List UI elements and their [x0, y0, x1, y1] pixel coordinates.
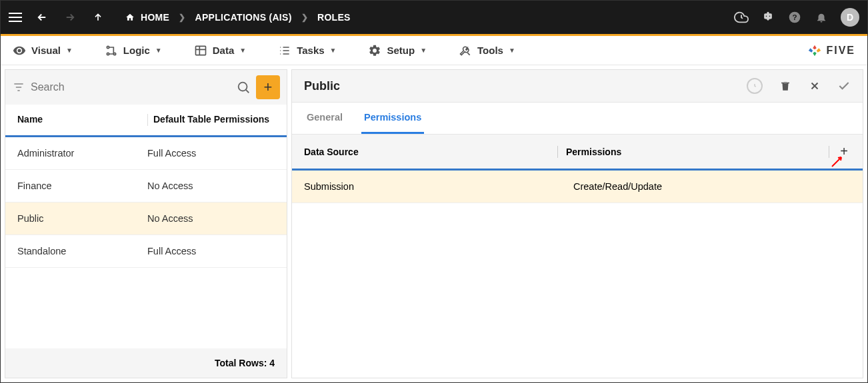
svg-point-0 [766, 16, 767, 17]
logic-icon [105, 44, 118, 57]
cell-permission: Create/Read/Update [573, 181, 851, 192]
toolbar-label: Visual [31, 45, 61, 56]
brand-text: FIVE [826, 45, 855, 57]
toolbar-visual[interactable]: Visual ▼ [13, 44, 73, 57]
breadcrumb-label: HOME [141, 12, 169, 23]
toolbar-label: Setup [387, 45, 415, 56]
cell-perm: Full Access [147, 148, 275, 159]
permission-row[interactable]: SubmissionCreate/Read/Update [292, 171, 863, 203]
tab-general[interactable]: General [304, 103, 345, 134]
toolbar-data[interactable]: Data ▼ [194, 44, 246, 57]
toolbar-tasks[interactable]: Tasks ▼ [278, 44, 336, 57]
svg-text:?: ? [792, 13, 797, 21]
column-header-datasource[interactable]: Data Source [304, 147, 557, 157]
svg-point-4 [107, 46, 109, 48]
avatar-letter: D [847, 12, 853, 23]
toolbar-label: Tools [477, 45, 503, 56]
column-header-perm[interactable]: Permissions [566, 147, 829, 157]
column-header-permissions[interactable]: Default Table Permissions [153, 114, 275, 126]
avatar[interactable]: D [841, 8, 859, 27]
filter-icon[interactable] [12, 81, 25, 94]
home-icon [125, 13, 135, 22]
brand: FIVE [807, 43, 855, 58]
caret-down-icon: ▼ [509, 47, 515, 54]
help-icon[interactable]: ? [787, 10, 802, 25]
toolbar-logic[interactable]: Logic ▼ [105, 44, 162, 57]
tools-icon [459, 44, 472, 57]
breadcrumb-label: ROLES [317, 12, 351, 23]
breadcrumb-applications[interactable]: APPLICATIONS (AIS) [195, 12, 292, 23]
cloud-sync-icon[interactable] [734, 10, 749, 25]
search-input[interactable] [31, 81, 231, 93]
svg-point-1 [769, 16, 771, 17]
cell-datasource: Submission [304, 181, 573, 192]
table-icon [194, 44, 207, 57]
column-header-name[interactable]: Name [17, 114, 147, 126]
breadcrumb-label: APPLICATIONS (AIS) [195, 12, 292, 23]
up-arrow-icon[interactable] [90, 12, 106, 23]
close-icon[interactable] [808, 79, 821, 93]
breadcrumb-roles[interactable]: ROLES [317, 12, 351, 23]
toolbar-tools[interactable]: Tools ▼ [459, 44, 515, 57]
table-row[interactable]: StandaloneFull Access [5, 235, 287, 268]
check-icon[interactable] [837, 79, 851, 93]
search-icon[interactable] [236, 80, 251, 95]
add-permission-button[interactable]: + [837, 144, 851, 159]
tab-permissions[interactable]: Permissions [361, 103, 424, 134]
delete-icon[interactable] [779, 79, 792, 93]
gear-icon [368, 44, 381, 57]
cell-perm: No Access [147, 181, 275, 191]
chevron-right-icon: ❯ [179, 13, 185, 22]
add-button[interactable]: + [256, 75, 280, 99]
toolbar: Visual ▼ Logic ▼ Data ▼ Tasks ▼ Setup ▼ … [1, 36, 867, 65]
menu-icon[interactable] [9, 13, 22, 22]
cell-perm: Full Access [147, 246, 275, 256]
svg-point-6 [107, 53, 109, 55]
cell-name: Public [17, 213, 147, 224]
brand-logo-icon [807, 43, 822, 58]
table-footer: Total Rows: 4 [5, 348, 287, 378]
caret-down-icon: ▼ [66, 47, 73, 54]
table-row[interactable]: FinanceNo Access [5, 170, 287, 202]
chevron-right-icon: ❯ [301, 13, 308, 22]
breadcrumb-home[interactable]: HOME [125, 12, 169, 23]
svg-rect-7 [195, 46, 205, 55]
roles-list-panel: + Name Default Table Permissions Adminis… [5, 69, 287, 378]
cell-name: Finance [17, 181, 147, 191]
toolbar-label: Logic [123, 45, 150, 56]
tasks-icon [278, 44, 291, 57]
caret-down-icon: ▼ [239, 47, 246, 54]
caret-down-icon: ▼ [330, 47, 337, 54]
toolbar-setup[interactable]: Setup ▼ [368, 44, 427, 57]
detail-tabs: General Permissions [292, 103, 863, 135]
detail-panel: Public General Permissions Data [291, 69, 863, 378]
eye-icon [13, 44, 26, 57]
chat-bot-icon[interactable] [761, 10, 775, 25]
roles-table: Name Default Table Permissions Administr… [5, 105, 287, 378]
svg-point-8 [239, 83, 247, 91]
table-row[interactable]: AdministratorFull Access [5, 137, 287, 170]
forward-arrow-icon [62, 11, 78, 23]
bell-icon[interactable] [814, 10, 829, 25]
toolbar-label: Tasks [297, 45, 324, 56]
table-row[interactable]: PublicNo Access [5, 202, 287, 235]
cell-perm: No Access [147, 213, 275, 224]
caret-down-icon: ▼ [420, 47, 427, 54]
back-arrow-icon[interactable] [34, 11, 50, 23]
caret-down-icon: ▼ [155, 47, 162, 54]
toolbar-label: Data [213, 45, 235, 56]
cell-name: Administrator [17, 148, 147, 159]
plus-icon: + [840, 144, 848, 159]
history-icon[interactable] [747, 78, 763, 94]
page-title: Public [304, 79, 340, 93]
topbar: HOME ❯ APPLICATIONS (AIS) ❯ ROLES ? D [1, 1, 867, 34]
plus-icon: + [264, 79, 273, 96]
cell-name: Standalone [17, 246, 147, 256]
breadcrumb: HOME ❯ APPLICATIONS (AIS) ❯ ROLES [125, 12, 351, 23]
